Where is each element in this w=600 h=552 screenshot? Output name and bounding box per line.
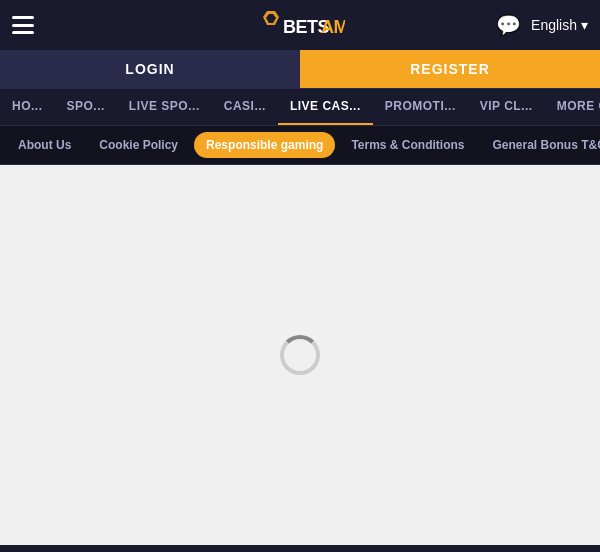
logo-container: BETS AMIGO xyxy=(255,7,345,43)
loading-spinner xyxy=(280,335,320,375)
nav-item-home[interactable]: HO... xyxy=(0,89,55,125)
sub-nav-item-about-us[interactable]: About Us xyxy=(6,132,83,158)
header-left xyxy=(12,16,34,34)
sub-nav: About UsCookie PolicyResponsible gamingT… xyxy=(0,126,600,165)
logo-svg: BETS AMIGO xyxy=(255,7,345,43)
nav-item-more-casinos[interactable]: MORE CASINOS xyxy=(545,89,600,125)
svg-text:AMIGO: AMIGO xyxy=(321,17,345,37)
language-selector[interactable]: English ▾ xyxy=(531,17,588,33)
logo-area: BETS AMIGO xyxy=(255,7,345,43)
nav-item-casino[interactable]: CASI... xyxy=(212,89,278,125)
sub-nav-item-terms-conditions[interactable]: Terms & Conditions xyxy=(339,132,476,158)
nav-item-live-casino[interactable]: LIVE CAS... xyxy=(278,89,373,125)
register-button[interactable]: REGISTER xyxy=(300,50,600,88)
nav-item-live-sports[interactable]: LIVE SPO... xyxy=(117,89,212,125)
chat-icon[interactable]: 💬 xyxy=(496,13,521,37)
sub-nav-item-general-bonus[interactable]: General Bonus T&Cs xyxy=(481,132,600,158)
sub-nav-item-responsible-gaming[interactable]: Responsible gaming xyxy=(194,132,335,158)
header-right: 💬 English ▾ xyxy=(496,13,588,37)
nav-item-sports[interactable]: SPO... xyxy=(55,89,117,125)
language-label: English xyxy=(531,17,577,33)
chevron-down-icon: ▾ xyxy=(581,17,588,33)
header: BETS AMIGO 💬 English ▾ xyxy=(0,0,600,50)
nav-item-vip-club[interactable]: VIP CL... xyxy=(468,89,545,125)
login-button[interactable]: LOGIN xyxy=(0,50,300,88)
nav-item-promotions[interactable]: PROMOTI... xyxy=(373,89,468,125)
auth-bar: LOGIN REGISTER xyxy=(0,50,600,88)
main-content xyxy=(0,165,600,545)
sub-nav-item-cookie-policy[interactable]: Cookie Policy xyxy=(87,132,190,158)
hamburger-menu-icon[interactable] xyxy=(12,16,34,34)
nav-bar: HO...SPO...LIVE SPO...CASI...LIVE CAS...… xyxy=(0,88,600,126)
